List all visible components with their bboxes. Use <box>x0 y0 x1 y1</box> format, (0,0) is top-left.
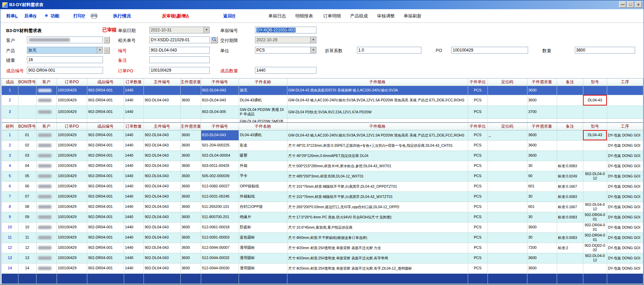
grid-cell[interactable]: 标准:0.0249 <box>557 171 583 181</box>
column-header[interactable]: 子件编号 <box>201 123 239 130</box>
grid-cell[interactable] <box>583 181 607 191</box>
grid-cell[interactable]: 1440 <box>124 86 144 95</box>
grid-cell[interactable]: 902-DL04-043 <box>144 130 180 140</box>
grid-row[interactable]: 1111100100429902-DR04-0011440902-DL04-04… <box>2 232 643 243</box>
grid-cell[interactable]: GW-DL04-43 输入AC100-240V,输出:5V3A,9V2A,12V… <box>287 130 468 140</box>
grid-cell[interactable]: DY-包装 DONG GOI <box>607 130 643 140</box>
grid-cell[interactable]: 902-DR04-001 <box>87 191 124 202</box>
doc-log-button[interactable]: 单据日志 <box>268 13 286 19</box>
grid-cell[interactable]: 1440 <box>124 232 144 243</box>
grid-cell[interactable] <box>583 86 607 95</box>
chevron-down-icon[interactable]: ▼ <box>310 47 316 53</box>
product-combo[interactable]: 旅充 ▼ <box>27 47 103 54</box>
grid-cell[interactable] <box>180 86 201 95</box>
grid-cell[interactable] <box>36 191 57 202</box>
grid-cell[interactable]: 08 <box>18 202 36 212</box>
grid-cell[interactable] <box>36 130 57 140</box>
grid-cell[interactable]: 512-0044-00030 <box>201 263 239 273</box>
grid-cell[interactable]: 511-800700-201 <box>201 212 239 222</box>
grid-cell[interactable]: 3600 <box>180 232 201 243</box>
grid-cell[interactable]: PCS <box>468 232 488 243</box>
grid-cell[interactable] <box>583 273 607 284</box>
grid-cell[interactable]: 平卡 <box>239 171 287 181</box>
grid-cell[interactable]: DY-包装 DONG GOI <box>607 191 643 202</box>
grid-cell[interactable]: 100100429 <box>57 191 87 202</box>
order-po-input[interactable] <box>149 67 210 74</box>
grid-cell[interactable]: 902-DR04-001 <box>87 263 124 273</box>
grid-cell[interactable]: 1440 <box>124 181 144 191</box>
grid-cell[interactable]: 3600 <box>180 191 201 202</box>
fg-no-input[interactable] <box>27 67 103 74</box>
grid-cell[interactable]: 尺寸:101*76mm,材质:铜版纸不干胶,白底黑字,DL04-43_WXTZT… <box>287 191 468 202</box>
grid-cell[interactable] <box>18 86 36 95</box>
grid-row[interactable]: 1313100100429902-DR04-0011440902-DL04-04… <box>2 253 643 263</box>
function-button[interactable]: 功能 <box>50 13 59 19</box>
grid-cell[interactable]: PCS <box>468 212 488 222</box>
grid-cell[interactable] <box>180 273 201 284</box>
grid-cell[interactable]: 902-DL04-012 <box>583 171 607 181</box>
grid-cell[interactable] <box>36 140 57 151</box>
grid-cell[interactable]: 3 <box>2 105 18 118</box>
grid-cell[interactable] <box>557 140 583 151</box>
grid-cell[interactable]: DL04-43裸机 <box>239 95 287 105</box>
column-header[interactable]: 子件名称 <box>239 123 287 130</box>
grid-cell[interactable]: 30 <box>527 232 557 243</box>
grid-row[interactable]: 404100100429902-DR04-0011440902-DL04-043… <box>2 161 643 171</box>
grid-cell[interactable]: 7 <box>2 191 18 202</box>
grid-cell[interactable]: 3600 <box>527 151 557 161</box>
fg-qty-input[interactable] <box>255 67 316 74</box>
grid-cell[interactable] <box>36 151 57 161</box>
grid-cell[interactable]: 3600 <box>527 253 557 263</box>
grid-cell[interactable]: 尺寸:265*200*0.03mm,挺边打口,无印字,opp自封口袋,DL04-… <box>287 202 468 212</box>
grid-cell[interactable]: 30 <box>527 212 557 222</box>
grid-cell[interactable]: 尺寸:10.6*45mm,黄加黑,客户指定供应商 <box>287 222 468 232</box>
grid-cell[interactable]: DY-包装 DONG GOI <box>607 140 643 151</box>
grid-cell[interactable]: 902-DR04-001 <box>87 253 124 263</box>
grid-cell[interactable]: 902-DR04-001 <box>87 95 124 105</box>
grid-cell[interactable]: 吸塑 <box>239 151 287 161</box>
grid-cell[interactable] <box>180 118 201 123</box>
grid-cell[interactable]: 100100429 <box>57 105 87 118</box>
grid-cell[interactable]: 100100429 <box>57 212 87 222</box>
grid-cell[interactable]: 902-DR04-001 <box>87 202 124 212</box>
grid-cell[interactable]: 11 <box>18 232 36 243</box>
grid-cell[interactable] <box>144 105 180 118</box>
grid-cell[interactable] <box>18 118 36 123</box>
grid-cell[interactable] <box>57 118 87 123</box>
column-header[interactable]: 备注 <box>557 79 583 86</box>
grid-cell[interactable] <box>607 118 643 123</box>
column-header[interactable]: 订单PO <box>57 123 87 130</box>
grid-cell[interactable] <box>36 212 57 222</box>
audit-adjust-button[interactable]: 审核调整 <box>377 13 395 19</box>
grid-cell[interactable]: 尺寸:46*29*126mm,0.6mmAPET,指定供应商 DL04 <box>287 151 468 161</box>
grid-cell[interactable]: 1440 <box>124 202 144 212</box>
doc-date-field[interactable]: 2022-10-31 ▼ <box>149 27 210 33</box>
customer-input[interactable] <box>27 37 103 43</box>
grid-cell[interactable]: 10 <box>2 222 18 232</box>
grid-cell[interactable]: 902-DR04-001 <box>583 232 607 243</box>
grid-cell[interactable]: 902-DR04-001 <box>87 212 124 222</box>
grid-cell[interactable]: 100100429 <box>57 86 87 95</box>
grid-cell[interactable] <box>2 118 18 123</box>
return-button[interactable]: 返回R <box>223 13 235 19</box>
grid-cell[interactable]: 902-DR04-001 <box>87 86 124 95</box>
grid-cell[interactable] <box>36 105 57 118</box>
item-no-input[interactable] <box>149 47 210 54</box>
column-header[interactable]: 子件规格 <box>287 123 468 130</box>
grid-cell[interactable] <box>36 118 57 123</box>
grid-cell[interactable]: 512-0031-00245 <box>201 191 239 202</box>
grid-cell[interactable] <box>557 118 583 123</box>
grid-cell[interactable]: DY-包装 DONG GOI <box>607 171 643 181</box>
unaudit-button[interactable]: 反审核U <box>162 13 178 19</box>
grid-cell[interactable]: 外箱贴纸 <box>239 191 287 202</box>
grid-cell[interactable]: 尺寸:Φ50mm,材质:不干胶贴纸(根据业务订单选择) <box>287 232 468 243</box>
grid-cell[interactable] <box>527 273 557 284</box>
grid-cell[interactable]: 02 <box>18 140 36 151</box>
grid-cell[interactable]: 100100429 <box>57 253 87 263</box>
column-header[interactable]: 子件名称 <box>239 79 287 86</box>
grid-cell[interactable] <box>488 95 527 105</box>
grid-cell[interactable]: 07 <box>18 191 36 202</box>
grid-cell[interactable]: 512-0061-00018 <box>201 222 239 232</box>
grid-cell[interactable] <box>287 273 468 284</box>
print-button[interactable]: 打印P <box>73 13 85 19</box>
